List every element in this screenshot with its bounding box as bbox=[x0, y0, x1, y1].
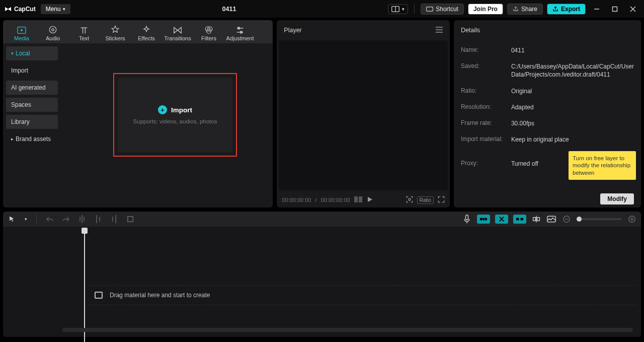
close-button[interactable] bbox=[626, 2, 640, 16]
svg-point-9 bbox=[52, 29, 54, 31]
mic-button[interactable] bbox=[462, 214, 472, 224]
media-sidebar: ▾Local Import AI generated Spaces Librar… bbox=[3, 43, 61, 208]
tab-effects[interactable]: Effects bbox=[131, 24, 162, 43]
adjustment-icon bbox=[235, 26, 245, 34]
join-pro-button[interactable]: Join Pro bbox=[468, 4, 503, 15]
tab-filters[interactable]: Filters bbox=[193, 24, 224, 43]
app-logo: CapCut bbox=[4, 5, 36, 13]
timeline-hint: Drag material here and start to create bbox=[110, 292, 210, 299]
zoom-in-button[interactable] bbox=[627, 214, 637, 224]
free-layer-tooltip: Turn on free layer to modify the relatio… bbox=[569, 151, 636, 180]
svg-rect-20 bbox=[354, 196, 358, 202]
export-button[interactable]: Export bbox=[547, 4, 586, 15]
top-tabbar: Media Audio Text Stickers Effects Transi… bbox=[3, 20, 273, 43]
titlebar: CapCut Menu ▾ 0411 ▾ Shortcut Join Pro S… bbox=[0, 0, 644, 18]
player-panel: Player 00:00:00:00 / 00:00:00:00 Ratio bbox=[277, 20, 450, 208]
player-header: Player bbox=[277, 20, 450, 40]
undo-button[interactable] bbox=[45, 214, 55, 224]
sidebar-item-local[interactable]: ▾Local bbox=[6, 46, 58, 60]
import-dropzone[interactable]: + Import Supports: videos, audios, photo… bbox=[118, 78, 232, 152]
details-header: Details bbox=[454, 20, 641, 40]
svg-rect-38 bbox=[537, 218, 540, 221]
filters-icon bbox=[204, 25, 214, 34]
brand-text: CapCut bbox=[14, 6, 36, 13]
preview-cut-button[interactable] bbox=[531, 214, 541, 224]
playhead[interactable] bbox=[82, 228, 88, 234]
audio-icon bbox=[48, 25, 58, 34]
zoom-out-button[interactable] bbox=[561, 214, 572, 224]
layout-button[interactable]: ▾ bbox=[388, 4, 408, 14]
svg-rect-4 bbox=[613, 7, 617, 11]
svg-rect-37 bbox=[533, 218, 536, 221]
sidebar-item-import[interactable]: Import bbox=[6, 63, 58, 78]
delete-right-button[interactable] bbox=[109, 214, 119, 224]
time-current: 00:00:00:00 bbox=[282, 197, 311, 203]
tab-adjustment[interactable]: Adjustment bbox=[224, 25, 256, 43]
svg-rect-30 bbox=[128, 217, 133, 222]
hamburger-icon[interactable] bbox=[436, 27, 443, 34]
chevron-down-icon: ▾ bbox=[63, 7, 65, 12]
menu-button[interactable]: Menu ▾ bbox=[41, 4, 70, 14]
tab-stickers[interactable]: Stickers bbox=[100, 24, 131, 43]
cursor-tool[interactable] bbox=[7, 214, 17, 224]
chevron-down-icon: ▾ bbox=[402, 7, 405, 12]
detail-row-importmat: Import material:Keep in original place bbox=[461, 131, 634, 148]
delete-left-button[interactable] bbox=[93, 214, 103, 224]
player-title: Player bbox=[284, 27, 301, 34]
play-button[interactable] bbox=[366, 196, 373, 204]
cursor-tool-dropdown[interactable]: ▾ bbox=[23, 214, 28, 224]
shortcut-button[interactable]: Shortcut bbox=[421, 4, 464, 15]
magnet-main-toggle[interactable] bbox=[477, 215, 490, 224]
slate-icon bbox=[95, 292, 103, 299]
workspace: Media Audio Text Stickers Effects Transi… bbox=[0, 18, 644, 210]
timeline-ruler[interactable] bbox=[7, 228, 637, 237]
project-title: 0411 bbox=[70, 6, 388, 13]
fullscreen-icon[interactable] bbox=[438, 196, 445, 204]
chevron-down-icon: ▾ bbox=[25, 217, 27, 222]
ratio-chip[interactable]: Ratio bbox=[417, 196, 434, 204]
details-title: Details bbox=[461, 27, 480, 34]
tab-transitions[interactable]: Transitions bbox=[162, 25, 193, 43]
magnet-auto-toggle[interactable] bbox=[495, 215, 508, 224]
maximize-button[interactable] bbox=[608, 2, 622, 16]
stickers-icon bbox=[110, 25, 120, 34]
import-subtitle: Supports: videos, audios, photos bbox=[133, 118, 217, 124]
export-icon bbox=[552, 6, 558, 12]
tab-media[interactable]: Media bbox=[6, 25, 37, 43]
scan-icon[interactable] bbox=[406, 196, 413, 204]
tab-audio[interactable]: Audio bbox=[37, 24, 68, 43]
timeline-body[interactable]: Drag material here and start to create bbox=[7, 237, 637, 334]
share-button[interactable]: Share bbox=[507, 4, 543, 15]
share-icon bbox=[513, 6, 519, 12]
delete-button[interactable] bbox=[125, 214, 135, 224]
media-icon bbox=[17, 26, 27, 34]
timeline-scrollbar[interactable] bbox=[62, 328, 633, 332]
modify-button[interactable]: Modify bbox=[600, 193, 634, 204]
svg-rect-21 bbox=[359, 196, 362, 202]
time-total: 00:00:00:00 bbox=[321, 197, 350, 203]
sidebar-item-ai[interactable]: AI generated bbox=[6, 81, 58, 95]
detail-row-framerate: Frame rate:30.00fps bbox=[461, 115, 634, 131]
compare-icon[interactable] bbox=[354, 196, 362, 203]
timeline-lane-main[interactable]: Drag material here and start to create bbox=[88, 285, 637, 305]
cover-button[interactable] bbox=[546, 214, 556, 224]
sidebar-item-library[interactable]: Library bbox=[6, 115, 58, 129]
details-panel: Details Name:0411 Saved:C:/Users/Bassey/… bbox=[454, 20, 641, 208]
redo-button[interactable] bbox=[61, 214, 71, 224]
svg-rect-35 bbox=[516, 218, 519, 221]
detail-row-ratio: Ratio:Original bbox=[461, 83, 634, 99]
sidebar-item-brand[interactable]: ▸Brand assets bbox=[6, 132, 58, 146]
effects-icon bbox=[141, 25, 151, 34]
minimize-button[interactable] bbox=[590, 2, 604, 16]
detail-row-name: Name:0411 bbox=[461, 42, 634, 58]
sidebar-item-spaces[interactable]: Spaces bbox=[6, 98, 58, 112]
capcut-icon bbox=[4, 5, 12, 13]
player-viewport[interactable] bbox=[279, 40, 448, 190]
tab-text[interactable]: Text bbox=[68, 25, 100, 43]
split-button[interactable] bbox=[77, 214, 87, 224]
media-stage: + Import Supports: videos, audios, photo… bbox=[61, 43, 273, 208]
media-panel: Media Audio Text Stickers Effects Transi… bbox=[3, 20, 273, 208]
zoom-slider[interactable] bbox=[577, 218, 622, 220]
link-toggle[interactable] bbox=[513, 215, 526, 224]
chevron-right-icon: ▸ bbox=[11, 136, 14, 142]
